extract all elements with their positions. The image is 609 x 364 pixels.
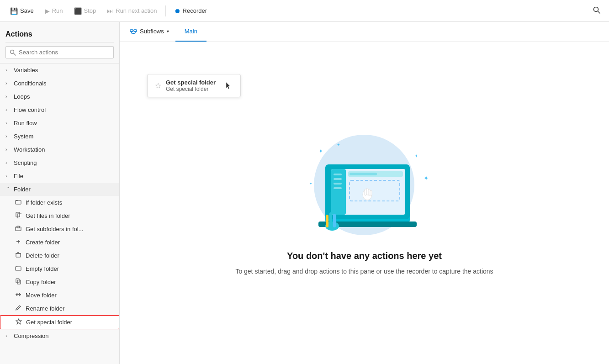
recorder-label: Recorder [183, 7, 207, 14]
search-box-icon [10, 49, 16, 56]
create-folder-icon [15, 238, 22, 246]
sidebar-title: Actions [5, 26, 114, 42]
svg-rect-7 [16, 227, 21, 231]
list-item[interactable]: If folder exists [0, 196, 119, 209]
chevron-icon: › [5, 333, 11, 338]
list-item-label: Get subfolders in fol... [26, 226, 83, 232]
list-item-label: Create folder [26, 239, 60, 246]
stop-label: Stop [84, 7, 96, 14]
sidebar-item-label: File [14, 173, 23, 179]
svg-text:✦: ✦ [337, 142, 340, 147]
sidebar-item-scripting[interactable]: › Scripting [0, 156, 119, 169]
svg-line-3 [14, 53, 16, 55]
svg-point-2 [11, 50, 14, 53]
empty-illustration: ✦ ✦ ✦ ✦ ✦ ✦ [291, 130, 437, 240]
run-next-button[interactable]: ⏭ Run next action [102, 5, 161, 17]
list-item[interactable]: Get subfolders in fol... [0, 222, 119, 236]
stop-icon: ⬛ [74, 7, 82, 15]
chevron-icon: › [5, 81, 11, 86]
sidebar-item-conditionals[interactable]: › Conditionals [0, 77, 119, 90]
svg-rect-44 [365, 189, 366, 195]
svg-rect-20 [134, 30, 137, 32]
svg-rect-11 [16, 253, 21, 257]
sidebar-item-label: Variables [14, 67, 38, 74]
list-item[interactable]: Empty folder [0, 262, 119, 275]
toolbar: 💾 Save ▶ Run ⬛ Stop ⏭ Run next action ⏺ … [0, 0, 609, 22]
empty-folder-icon [15, 265, 22, 273]
svg-rect-47 [370, 190, 372, 195]
empty-state-title: You don't have any actions here yet [287, 251, 442, 261]
flow-canvas: ☆ Get special folder Get special folder … [120, 42, 609, 364]
run-icon: ▶ [45, 7, 50, 15]
chevron-icon: › [5, 94, 11, 99]
sidebar-item-label: Folder [14, 186, 31, 193]
get-special-folder-item[interactable]: Get special folder [0, 315, 119, 329]
search-icon [593, 6, 601, 14]
list-item-label: Delete folder [26, 252, 59, 259]
save-button[interactable]: 💾 Save [5, 5, 38, 17]
svg-rect-38 [334, 183, 342, 185]
recorder-icon: ⏺ [174, 7, 180, 15]
sidebar-item-label: Loops [14, 93, 30, 100]
list-item[interactable]: Delete folder [0, 249, 119, 262]
sidebar-scroll: › Variables › Conditionals › Loops › Flo… [0, 63, 119, 364]
list-item-label: Copy folder [26, 279, 56, 285]
run-label: Run [52, 7, 63, 14]
chevron-icon: › [5, 121, 11, 126]
sidebar-item-variables[interactable]: › Variables [0, 63, 119, 77]
sidebar-header: Actions [0, 22, 119, 63]
empty-state: ✦ ✦ ✦ ✦ ✦ ✦ [217, 51, 511, 355]
chevron-icon: › [5, 160, 11, 165]
toolbar-separator [165, 5, 166, 16]
svg-rect-50 [326, 215, 328, 227]
list-item-label: Move folder [26, 292, 57, 299]
chevron-icon: › [5, 134, 11, 139]
main-layout: Actions › Variables › Conditionals › [0, 22, 609, 364]
delete-folder-icon [15, 252, 22, 259]
empty-state-description: To get started, drag and drop actions to… [235, 267, 493, 276]
save-icon: 💾 [10, 7, 18, 15]
run-next-icon: ⏭ [107, 7, 113, 15]
chevron-icon: › [5, 68, 11, 73]
subfolders-icon [15, 225, 22, 233]
list-item[interactable]: Copy folder [0, 275, 119, 289]
tab-main[interactable]: Main [175, 22, 207, 42]
sidebar-item-label: Flow control [14, 106, 46, 113]
list-item[interactable]: Rename folder [0, 302, 119, 315]
search-input[interactable] [19, 49, 110, 56]
run-button[interactable]: ▶ Run [40, 5, 68, 17]
sidebar-item-folder[interactable]: › Folder [0, 183, 119, 196]
drag-tooltip-subtitle: Get special folder [166, 86, 216, 92]
global-search-button[interactable] [590, 3, 604, 18]
list-item[interactable]: Move folder [0, 289, 119, 302]
svg-rect-46 [368, 189, 370, 195]
stop-button[interactable]: ⬛ Stop [69, 5, 101, 17]
tab-bar: Subflows ▾ Main [120, 22, 609, 42]
subflows-button[interactable]: Subflows ▾ [123, 22, 175, 42]
list-item-label: Get special folder [26, 319, 72, 326]
drag-star-icon: ☆ [155, 81, 161, 90]
svg-rect-37 [334, 178, 342, 180]
save-label: Save [20, 7, 34, 14]
svg-rect-42 [350, 173, 377, 175]
svg-rect-5 [16, 212, 20, 217]
subflows-label: Subflows [140, 28, 164, 35]
list-item[interactable]: Get files in folder [0, 209, 119, 222]
list-item-label: Get files in folder [26, 212, 70, 219]
sidebar-item-workstation[interactable]: › Workstation [0, 143, 119, 156]
sidebar-item-system[interactable]: › System [0, 130, 119, 143]
sidebar-item-label: System [14, 133, 33, 140]
list-item[interactable]: Create folder [0, 236, 119, 249]
sidebar-item-flow-control[interactable]: › Flow control [0, 103, 119, 116]
sidebar-item-loops[interactable]: › Loops [0, 90, 119, 103]
svg-rect-14 [16, 267, 21, 270]
file-list-icon [15, 212, 22, 220]
drag-preview[interactable]: ☆ Get special folder Get special folder [147, 74, 241, 97]
sidebar-item-compression[interactable]: › Compression [0, 329, 119, 343]
svg-text:✦: ✦ [424, 174, 429, 182]
recorder-button[interactable]: ⏺ Recorder [169, 5, 212, 17]
sidebar-item-file[interactable]: › File [0, 169, 119, 183]
svg-rect-35 [331, 169, 346, 215]
sidebar-item-run-flow[interactable]: › Run flow [0, 116, 119, 130]
svg-text:✦: ✦ [414, 153, 418, 158]
